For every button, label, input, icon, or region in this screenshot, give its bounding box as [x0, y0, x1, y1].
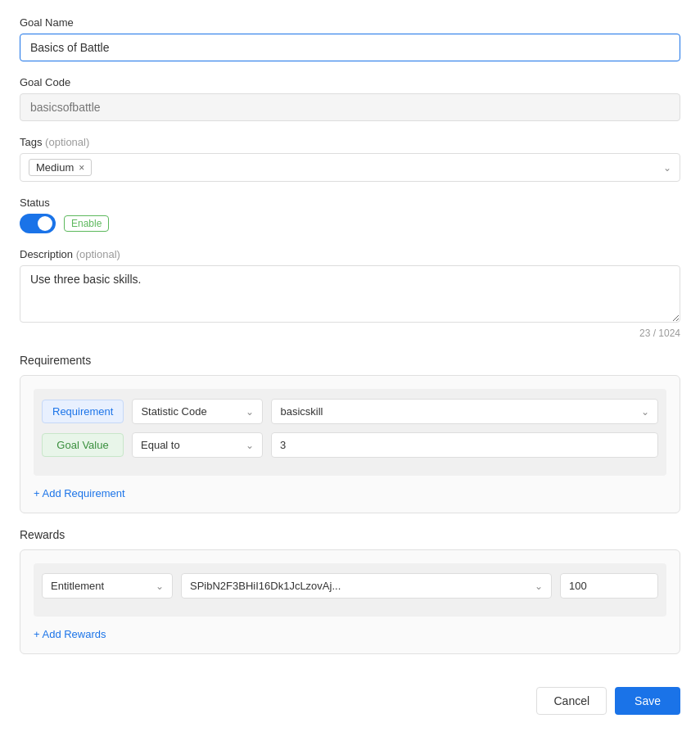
save-button[interactable]: Save	[615, 687, 680, 715]
requirements-box: Requirement Statistic Code ⌄ basicskill …	[20, 375, 680, 513]
status-label: Status	[20, 197, 680, 209]
equal-to-select[interactable]: Equal to ⌄	[132, 432, 263, 458]
requirements-group: Requirements Requirement Statistic Code …	[20, 354, 680, 513]
reward-code-value: SPibN2F3BHiI16Dk1JcLzovAj...	[190, 580, 341, 592]
reward-code-select[interactable]: SPibN2F3BHiI16Dk1JcLzovAj... ⌄	[181, 573, 552, 599]
statistic-code-select[interactable]: Statistic Code ⌄	[132, 399, 263, 424]
requirement-row: Requirement Statistic Code ⌄ basicskill …	[42, 399, 658, 424]
reward-code-chevron-icon: ⌄	[535, 581, 543, 592]
requirement-inner-row: Requirement Statistic Code ⌄ basicskill …	[34, 389, 666, 476]
tag-remove-medium[interactable]: ×	[79, 162, 84, 174]
statistic-code-value: basicskill	[280, 405, 323, 418]
tags-chevron-icon: ⌄	[663, 162, 671, 174]
statistic-code-chevron-icon: ⌄	[246, 406, 254, 418]
requirement-badge: Requirement	[42, 400, 124, 423]
goal-value-row: Goal Value Equal to ⌄ 3	[42, 432, 658, 458]
goal-code-label: Goal Code	[20, 76, 680, 88]
equal-to-chevron-icon: ⌄	[246, 440, 254, 451]
goal-code-group: Goal Code	[20, 76, 680, 121]
description-textarea[interactable]: Use three basic skills.	[20, 265, 680, 323]
reward-inner-row: Entitlement ⌄ SPibN2F3BHiI16Dk1JcLzovAj.…	[34, 563, 666, 617]
entitlement-label: Entitlement	[51, 580, 104, 592]
statistic-code-value-select[interactable]: basicskill ⌄	[271, 399, 658, 424]
enable-badge: Enable	[64, 215, 109, 232]
description-group: Description (optional) Use three basic s…	[20, 248, 680, 339]
add-rewards-link[interactable]: + Add Rewards	[34, 628, 106, 640]
add-requirement-link[interactable]: + Add Requirement	[34, 487, 125, 499]
cancel-button[interactable]: Cancel	[536, 687, 607, 715]
tags-label: Tags (optional)	[20, 136, 680, 148]
tag-chip-medium: Medium ×	[29, 159, 92, 176]
rewards-row: Entitlement ⌄ SPibN2F3BHiI16Dk1JcLzovAj.…	[42, 573, 658, 599]
description-label: Description (optional)	[20, 248, 680, 260]
statistic-code-label: Statistic Code	[141, 405, 206, 418]
entitlement-select[interactable]: Entitlement ⌄	[42, 573, 173, 599]
rewards-title: Rewards	[20, 528, 680, 541]
equal-to-label: Equal to	[141, 439, 180, 451]
goal-value-badge: Goal Value	[42, 433, 124, 457]
statistic-value-chevron-icon: ⌄	[641, 406, 649, 418]
goal-name-label: Goal Name	[20, 16, 680, 29]
goal-name-group: Goal Name	[20, 16, 680, 61]
footer-buttons: Cancel Save	[20, 674, 680, 715]
tags-input[interactable]: Medium × ⌄	[20, 153, 680, 182]
rewards-box: Entitlement ⌄ SPibN2F3BHiI16Dk1JcLzovAj.…	[20, 549, 680, 654]
rewards-group: Rewards Entitlement ⌄ SPibN2F3BHiI16Dk1J…	[20, 528, 680, 654]
status-toggle[interactable]	[20, 214, 56, 233]
entitlement-chevron-icon: ⌄	[156, 581, 164, 592]
status-group: Status Enable	[20, 197, 680, 233]
toggle-slider	[20, 214, 56, 233]
goal-code-input[interactable]	[20, 93, 680, 121]
status-row: Enable	[20, 214, 680, 233]
requirements-title: Requirements	[20, 354, 680, 367]
reward-amount-field[interactable]: 100	[560, 573, 658, 599]
goal-name-input[interactable]	[20, 34, 680, 61]
tags-group: Tags (optional) Medium × ⌄	[20, 136, 680, 182]
goal-value-input[interactable]: 3	[271, 432, 658, 458]
char-count: 23 / 1024	[20, 328, 680, 339]
